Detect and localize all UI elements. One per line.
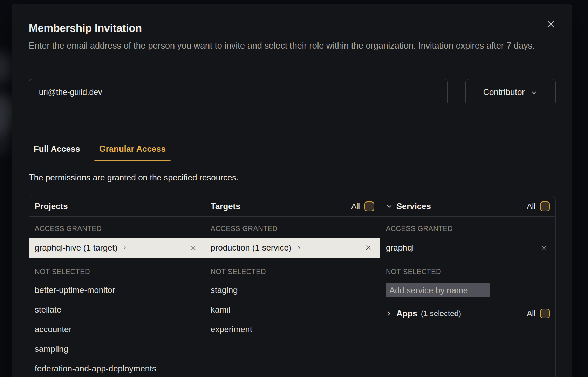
resource-list-item[interactable]: stellate — [29, 300, 205, 320]
email-input[interactable] — [29, 79, 448, 105]
dialog-description: Enter the email address of the person yo… — [29, 39, 556, 52]
role-select-value: Contributor — [483, 87, 525, 97]
selected-project-row[interactable]: graphql-hive (1 target) — [29, 238, 205, 258]
chevron-down-icon — [530, 89, 538, 97]
targets-header: Targets — [211, 201, 240, 211]
apps-all-label: All — [527, 309, 535, 318]
apps-section-row[interactable]: Apps (1 selected) All — [380, 303, 555, 324]
resource-list-item[interactable]: federation-and-app-deployments — [29, 359, 205, 377]
selected-service-label: graphql — [386, 243, 414, 253]
selected-project-label: graphql-hive (1 target) — [35, 243, 117, 253]
permissions-note: The permissions are granted on the speci… — [29, 173, 239, 183]
resource-list-item[interactable]: staging — [205, 280, 380, 300]
targets-all-checkbox[interactable] — [364, 201, 374, 211]
backdrop-blur-blob — [0, 125, 11, 154]
chevron-right-icon — [122, 245, 128, 251]
projects-header-cell: Projects — [29, 196, 205, 216]
grid-body: ACCESS GRANTED graphql-hive (1 target) N… — [29, 217, 555, 377]
selected-target-row[interactable]: production (1 service) — [205, 238, 380, 258]
services-all-group: All — [527, 201, 550, 211]
services-header-cell: Services All — [380, 196, 555, 216]
resource-list-item[interactable]: accounter — [29, 320, 205, 339]
apps-header: Apps — [396, 309, 417, 318]
membership-invitation-dialog: Membership Invitation Enter the email ad… — [12, 4, 572, 377]
resource-list-item[interactable]: kamil — [205, 300, 380, 320]
role-select[interactable]: Contributor — [465, 79, 556, 105]
targets-not-selected-label: NOT SELECTED — [205, 267, 380, 276]
selected-target-label: production (1 service) — [211, 243, 292, 253]
remove-icon — [540, 244, 548, 252]
projects-column: ACCESS GRANTED graphql-hive (1 target) N… — [29, 217, 205, 377]
dialog-title: Membership Invitation — [29, 22, 142, 35]
access-tabs: Full Access Granular Access — [29, 142, 556, 160]
services-column: ACCESS GRANTED graphql NOT SELECTED Apps… — [380, 217, 555, 377]
grid-header: Projects Targets All Services All — [29, 196, 555, 217]
resource-list-item[interactable]: sampling — [29, 339, 205, 359]
services-header: Services — [396, 201, 431, 211]
chevron-right-icon — [386, 310, 392, 317]
tab-granular-access[interactable]: Granular Access — [94, 142, 171, 160]
remove-target-button[interactable] — [363, 242, 374, 253]
projects-unselected-list: better-uptime-monitorstellateaccountersa… — [29, 280, 205, 377]
targets-header-cell: Targets All — [205, 196, 380, 216]
close-button[interactable] — [544, 17, 558, 31]
remove-icon — [364, 244, 372, 252]
targets-all-label: All — [351, 202, 360, 211]
services-all-label: All — [527, 202, 535, 211]
chevron-down-icon — [386, 203, 393, 210]
targets-column: ACCESS GRANTED production (1 service) NO… — [205, 217, 380, 377]
remove-icon — [189, 244, 197, 252]
invite-row: Contributor — [29, 79, 556, 105]
tab-full-access[interactable]: Full Access — [29, 142, 85, 160]
apps-selected-count: (1 selected) — [421, 309, 461, 318]
remove-project-button[interactable] — [188, 242, 198, 253]
projects-not-selected-label: NOT SELECTED — [29, 267, 205, 276]
targets-granted-label: ACCESS GRANTED — [205, 224, 380, 233]
add-service-input[interactable] — [386, 283, 490, 297]
resource-list-item[interactable]: experiment — [205, 320, 380, 339]
services-granted-label: ACCESS GRANTED — [380, 224, 555, 233]
chevron-right-icon — [296, 245, 302, 251]
apps-all-group: All — [527, 309, 550, 318]
services-expander[interactable] — [386, 203, 393, 210]
resource-list-item[interactable]: better-uptime-monitor — [29, 280, 205, 300]
services-not-selected-label: NOT SELECTED — [380, 267, 555, 276]
apps-all-checkbox[interactable] — [540, 309, 550, 318]
close-icon — [546, 19, 556, 29]
projects-header: Projects — [35, 201, 68, 211]
projects-granted-label: ACCESS GRANTED — [29, 224, 205, 233]
targets-unselected-list: stagingkamilexperiment — [205, 280, 380, 339]
services-all-checkbox[interactable] — [540, 201, 550, 211]
remove-service-button[interactable] — [539, 243, 549, 253]
selected-service-row[interactable]: graphql — [380, 238, 555, 258]
targets-all-group: All — [351, 201, 374, 211]
resources-grid: Projects Targets All Services All — [29, 196, 556, 377]
